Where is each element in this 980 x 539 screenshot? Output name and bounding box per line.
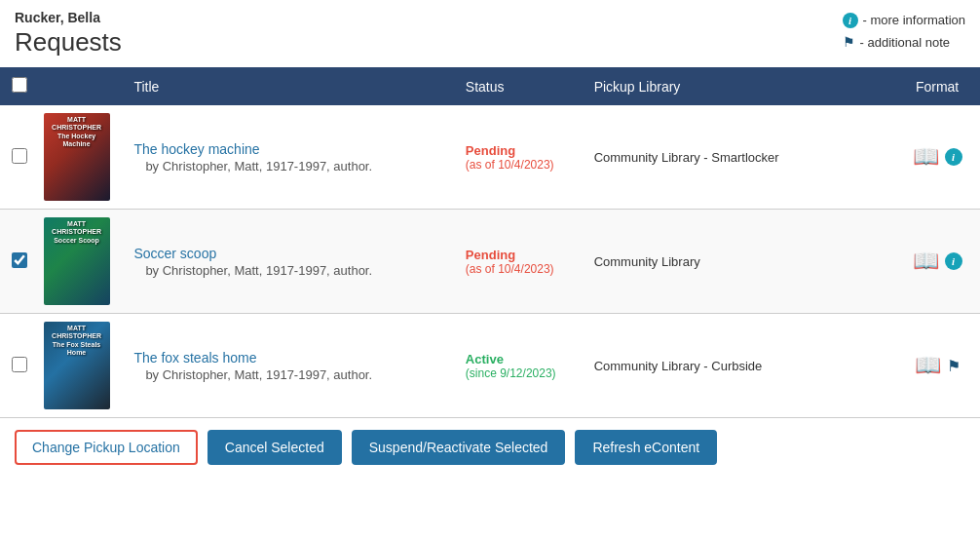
status-cell: Pending(as of 10/4/2023): [456, 105, 584, 210]
title-link[interactable]: The hockey machine: [133, 141, 259, 157]
pickup-library-text: Community Library: [594, 254, 700, 269]
patron-name: Rucker, Bella: [15, 10, 122, 25]
row-checkbox[interactable]: [12, 148, 27, 164]
author-text: by Christopher, Matt, 1917-1997, author.: [133, 263, 445, 278]
book-cover-label: MATT CHRISTOPHER The Fox Steals Home: [46, 325, 108, 358]
status-cell: Active(since 9/12/2023): [456, 314, 584, 418]
table-row: MATT CHRISTOPHER The Hockey MachineThe h…: [0, 105, 980, 210]
pickup-library-text: Community Library - Smartlocker: [594, 150, 779, 165]
legend: i - more information ⚑ - additional note: [843, 10, 965, 55]
info-button[interactable]: i: [945, 252, 962, 270]
pickup-library-text: Community Library - Curbside: [594, 359, 763, 373]
title-link[interactable]: The fox steals home: [133, 350, 256, 366]
cover-thumbnail-cell: MATT CHRISTOPHER The Hockey Machine: [39, 105, 125, 210]
book-cover: MATT CHRISTOPHER Soccer Scoop: [44, 217, 110, 305]
status-header: Status: [456, 67, 584, 105]
title-link[interactable]: Soccer scoop: [133, 246, 216, 261]
book-cover: MATT CHRISTOPHER The Hockey Machine: [44, 113, 110, 201]
suspend-reactivate-button[interactable]: Suspend/Reactivate Selected: [352, 430, 566, 465]
format-header: Format: [894, 67, 980, 105]
status-label: Active: [466, 352, 575, 366]
title-cell: The fox steals homeby Christopher, Matt,…: [124, 314, 455, 418]
status-date: (as of 10/4/2023): [466, 158, 575, 172]
status-date: (as of 10/4/2023): [466, 262, 575, 276]
book-cover-label: MATT CHRISTOPHER The Hockey Machine: [46, 116, 108, 149]
requests-table: Title Status Pickup Library Format MATT …: [0, 67, 980, 418]
page-title: Requests: [15, 27, 122, 58]
legend-info-text: - more information: [863, 10, 965, 31]
status-date: (since 9/12/2023): [466, 366, 575, 380]
cover-thumbnail-cell: MATT CHRISTOPHER The Fox Steals Home: [39, 314, 125, 418]
format-cell: 📖i: [894, 105, 980, 210]
table-row: MATT CHRISTOPHER The Fox Steals HomeThe …: [0, 314, 980, 418]
format-icons: 📖i: [904, 144, 970, 170]
format-icons: 📖i: [904, 249, 970, 274]
status-cell: Pending(as of 10/4/2023): [456, 210, 584, 314]
format-icons: 📖⚑: [904, 353, 970, 378]
book-format-icon: 📖: [913, 249, 939, 274]
pickup-header: Pickup Library: [584, 67, 894, 105]
status-label: Pending: [466, 248, 575, 262]
info-button[interactable]: i: [945, 148, 962, 166]
format-cell: 📖i: [894, 210, 980, 314]
pickup-library-cell: Community Library - Curbside: [584, 314, 894, 418]
book-format-icon: 📖: [913, 144, 939, 170]
select-all-header[interactable]: [0, 67, 39, 105]
select-all-checkbox[interactable]: [12, 77, 27, 93]
flag-button[interactable]: ⚑: [947, 357, 961, 375]
pickup-library-cell: Community Library: [584, 210, 894, 314]
status-label: Pending: [466, 143, 575, 158]
cancel-selected-button[interactable]: Cancel Selected: [207, 430, 342, 465]
format-cell: 📖⚑: [894, 314, 980, 418]
cover-thumbnail-cell: MATT CHRISTOPHER Soccer Scoop: [39, 210, 125, 314]
page-header: Rucker, Bella Requests i - more informat…: [0, 0, 980, 62]
title-cell: Soccer scoopby Christopher, Matt, 1917-1…: [124, 210, 455, 314]
change-pickup-button[interactable]: Change Pickup Location: [15, 430, 198, 465]
author-text: by Christopher, Matt, 1917-1997, author.: [133, 367, 445, 382]
row-checkbox[interactable]: [12, 252, 27, 268]
author-text: by Christopher, Matt, 1917-1997, author.: [133, 159, 445, 173]
book-cover-label: MATT CHRISTOPHER Soccer Scoop: [46, 220, 108, 245]
legend-note-text: - additional note: [860, 32, 951, 54]
legend-flag: ⚑ - additional note: [843, 31, 965, 55]
legend-info: i - more information: [843, 10, 965, 31]
row-checkbox[interactable]: [12, 357, 27, 372]
flag-icon: ⚑: [843, 31, 855, 55]
title-header: Title: [124, 67, 455, 105]
row-checkbox-cell[interactable]: [0, 210, 39, 314]
table-row: MATT CHRISTOPHER Soccer ScoopSoccer scoo…: [0, 210, 980, 314]
refresh-econtent-button[interactable]: Refresh eContent: [575, 430, 717, 465]
cover-header: [39, 67, 125, 105]
row-checkbox-cell[interactable]: [0, 105, 39, 210]
pickup-library-cell: Community Library - Smartlocker: [584, 105, 894, 210]
footer-buttons: Change Pickup Location Cancel Selected S…: [0, 418, 980, 477]
book-format-icon: 📖: [915, 353, 941, 378]
table-header-row: Title Status Pickup Library Format: [0, 67, 980, 105]
title-cell: The hockey machineby Christopher, Matt, …: [124, 105, 455, 210]
patron-info: Rucker, Bella Requests: [15, 10, 122, 58]
book-cover: MATT CHRISTOPHER The Fox Steals Home: [44, 322, 110, 409]
info-icon: i: [843, 13, 858, 28]
row-checkbox-cell[interactable]: [0, 314, 39, 418]
